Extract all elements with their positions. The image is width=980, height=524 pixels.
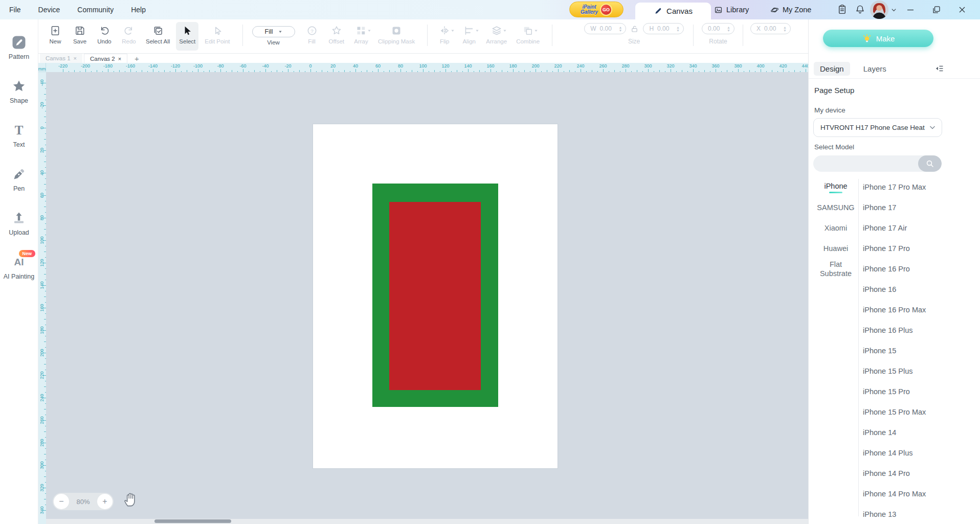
toolbar-select-all-button[interactable]: Select All xyxy=(143,22,173,51)
user-avatar[interactable] xyxy=(870,1,888,19)
toolbar-flip-button[interactable]: Flip xyxy=(434,22,455,51)
model-item-iphone-14-pro-max[interactable]: iPhone 14 Pro Max xyxy=(863,484,978,504)
toolbar-button-label: Save xyxy=(73,38,86,44)
x-stepper[interactable]: ▲▼ xyxy=(783,26,787,32)
toolbar-arrange-button[interactable]: Arrange xyxy=(483,22,510,51)
ruler-tick xyxy=(108,69,108,72)
toolbar-align-button[interactable]: Align xyxy=(458,22,480,51)
toolbar-offset-button[interactable]: Offset xyxy=(326,22,347,51)
model-item-iphone-14-plus[interactable]: iPhone 14 Plus xyxy=(863,443,978,463)
ruler-label: 140 xyxy=(464,63,472,69)
search-button[interactable] xyxy=(918,155,942,172)
height-field[interactable]: H0.00 ▲▼ xyxy=(643,23,684,34)
menubar: FileDeviceCommunityHelp xyxy=(7,0,148,19)
model-item-iphone-15-pro[interactable]: iPhone 15 Pro xyxy=(863,381,978,402)
sidebar-item-pattern[interactable]: Pattern xyxy=(0,26,38,70)
ruler-tick xyxy=(44,297,46,297)
toolbar-select-button[interactable]: Select xyxy=(176,22,198,51)
model-item-iphone-17-pro[interactable]: iPhone 17 Pro xyxy=(863,238,978,259)
brand-item-huawei[interactable]: Huawei xyxy=(813,238,859,259)
brand-item-samsung[interactable]: SAMSUNG xyxy=(813,197,859,218)
rotate-stepper[interactable]: ▲▼ xyxy=(727,26,730,32)
model-item-iphone-15[interactable]: iPhone 15 xyxy=(863,340,978,361)
ruler-tick xyxy=(547,70,547,72)
close-tab-icon[interactable]: × xyxy=(74,55,77,61)
toolbar-clipping-mask-button[interactable]: Clipping Mask xyxy=(375,22,418,51)
height-stepper[interactable]: ▲▼ xyxy=(676,26,680,32)
toolbar-undo-button[interactable]: Undo xyxy=(94,22,115,51)
toolbar-edit-point-button[interactable]: Edit Point xyxy=(202,22,233,51)
sidebar-item-shape[interactable]: Shape xyxy=(0,70,38,113)
model-search-input[interactable] xyxy=(813,155,918,172)
red-rectangle-shape[interactable] xyxy=(389,202,481,390)
document-tab-canvas-2[interactable]: Canvas 2× xyxy=(84,54,127,63)
zoom-out-button[interactable]: − xyxy=(54,494,69,509)
menu-community[interactable]: Community xyxy=(75,6,116,14)
menu-device[interactable]: Device xyxy=(36,6,62,14)
sidebar-item-upload[interactable]: Upload xyxy=(0,201,38,245)
rotate-value: 0.00 xyxy=(708,25,723,32)
model-item-iphone-14[interactable]: iPhone 14 xyxy=(863,422,978,443)
ruler-tick xyxy=(44,252,46,252)
brand-item-flat-substrate[interactable]: Flat Substrate xyxy=(813,259,859,279)
toolbar-new-button[interactable]: New xyxy=(44,22,66,51)
model-item-iphone-16[interactable]: iPhone 16 xyxy=(863,279,978,300)
device-dropdown[interactable]: HTVRONT H17 Phone Case Heat P... xyxy=(813,118,942,137)
tab-canvas[interactable]: Canvas xyxy=(635,3,711,19)
x-position-field[interactable]: X0.00 ▲▼ xyxy=(750,23,791,34)
model-item-iphone-16-plus[interactable]: iPhone 16 Plus xyxy=(863,320,978,340)
toolbar-array-button[interactable]: Array xyxy=(350,22,372,51)
model-item-iphone-13[interactable]: iPhone 13 xyxy=(863,504,978,524)
canvas-area[interactable]: − 80% + xyxy=(46,72,808,524)
width-stepper[interactable]: ▲▼ xyxy=(619,26,622,32)
add-canvas-button[interactable]: + xyxy=(135,54,139,63)
go-button[interactable]: GO xyxy=(600,4,612,16)
model-item-iphone-15-pro-max[interactable]: iPhone 15 Pro Max xyxy=(863,402,978,422)
rotate-field[interactable]: 0.00 ▲▼ xyxy=(702,23,734,34)
horizontal-scrollbar[interactable] xyxy=(46,519,808,524)
toolbar-fill-button[interactable]: ?Fill xyxy=(301,22,323,51)
notifications-bell-icon[interactable] xyxy=(855,4,865,15)
sidebar-item-text[interactable]: TText xyxy=(0,113,38,157)
tab-layers[interactable]: Layers xyxy=(857,62,893,76)
width-field[interactable]: W0.00 ▲▼ xyxy=(584,23,626,34)
view-mode-dropdown[interactable]: Fill xyxy=(252,26,295,37)
model-item-iphone-17[interactable]: iPhone 17 xyxy=(863,197,978,218)
sidebar-item-ai-painting[interactable]: NewAIAI Painting xyxy=(0,245,38,289)
window-maximize-button[interactable] xyxy=(931,5,942,15)
document-tab-canvas-1[interactable]: Canvas 1× xyxy=(40,54,82,63)
ruler-tick xyxy=(372,71,373,73)
design-page[interactable] xyxy=(313,124,558,468)
ruler-tick xyxy=(738,69,739,72)
zoom-in-button[interactable]: + xyxy=(97,494,113,509)
toolbar-combine-button[interactable]: Combine xyxy=(513,22,543,51)
sidebar-item-pen[interactable]: Pen xyxy=(0,157,38,201)
make-button[interactable]: Make xyxy=(823,30,933,47)
account-chevron-down-icon[interactable] xyxy=(891,8,897,12)
collapse-panel-icon[interactable] xyxy=(934,64,944,73)
tab-my-zone[interactable]: My Zone xyxy=(770,0,811,19)
lock-aspect-icon[interactable] xyxy=(630,25,639,33)
clipboard-icon[interactable] xyxy=(837,4,848,15)
model-item-iphone-16-pro[interactable]: iPhone 16 Pro xyxy=(863,259,978,279)
ruler-tick xyxy=(355,69,356,72)
tab-design[interactable]: Design xyxy=(814,62,850,76)
model-item-iphone-17-pro-max[interactable]: iPhone 17 Pro Max xyxy=(863,177,978,197)
pan-hand-icon[interactable] xyxy=(123,491,139,507)
close-tab-icon[interactable]: × xyxy=(118,56,121,62)
brand-item-iphone[interactable]: iPhone xyxy=(813,177,859,197)
ipaint-gallery-badge[interactable]: iPaint Gallery GO xyxy=(569,2,623,17)
model-item-iphone-17-air[interactable]: iPhone 17 Air xyxy=(863,218,978,238)
tab-library[interactable]: Library xyxy=(714,0,749,19)
model-item-iphone-16-pro-max[interactable]: iPhone 16 Pro Max xyxy=(863,300,978,320)
toolbar-redo-button[interactable]: Redo xyxy=(118,22,140,51)
menu-file[interactable]: File xyxy=(7,6,23,14)
window-close-button[interactable] xyxy=(957,5,967,15)
menu-help[interactable]: Help xyxy=(129,6,148,14)
model-item-iphone-14-pro[interactable]: iPhone 14 Pro xyxy=(863,463,978,484)
model-item-iphone-15-plus[interactable]: iPhone 15 Plus xyxy=(863,361,978,381)
brand-item-xiaomi[interactable]: Xiaomi xyxy=(813,218,859,238)
window-minimize-button[interactable] xyxy=(905,5,916,15)
horizontal-scrollbar-thumb[interactable] xyxy=(154,519,231,523)
toolbar-save-button[interactable]: Save xyxy=(69,22,91,51)
